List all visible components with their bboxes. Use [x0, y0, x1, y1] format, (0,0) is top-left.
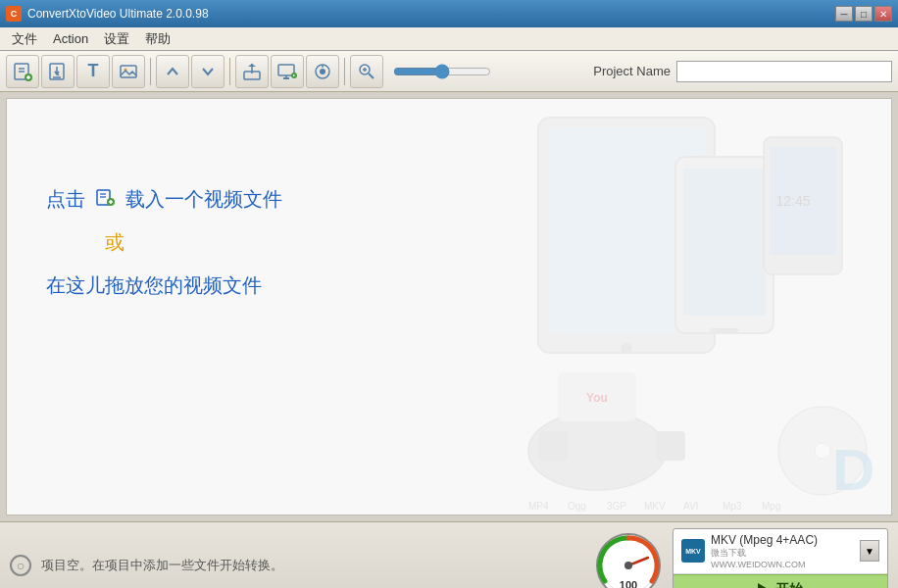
menu-item-help[interactable]: 帮助	[137, 28, 178, 50]
svg-text:MKV: MKV	[644, 501, 666, 512]
svg-text:AVI: AVI	[683, 501, 698, 512]
watermark-text-2: WWW.WEIDOWN.COM	[711, 560, 854, 569]
status-indicator: ○	[17, 558, 25, 573]
app-title: ConvertXtoVideo Ultimate 2.0.0.98	[27, 7, 835, 21]
toolbar-up[interactable]	[156, 55, 189, 88]
format-icon: MKV	[681, 539, 705, 563]
window-controls: ─ □ ✕	[835, 6, 892, 22]
project-name-label: Project Name	[593, 64, 671, 78]
close-button[interactable]: ✕	[874, 6, 892, 22]
main-content-area[interactable]: 点击 载入一个视频文件 或 在这儿拖放您的视频文件 12:45	[6, 98, 892, 515]
start-button[interactable]: 开始	[674, 574, 887, 589]
svg-rect-43	[538, 431, 568, 461]
svg-point-35	[621, 342, 632, 354]
svg-point-46	[815, 443, 830, 459]
zoom-slider[interactable]	[393, 64, 491, 79]
svg-text:Ogg: Ogg	[568, 501, 586, 512]
svg-rect-44	[656, 431, 685, 461]
svg-line-24	[369, 74, 374, 78]
svg-text:Mp3: Mp3	[723, 501, 742, 512]
output-section: MKV MKV (Mpeg 4+AAC) 微当下载 WWW.WEIDOWN.CO…	[673, 528, 888, 589]
toolbar-slider-area	[393, 64, 491, 79]
status-bar: ○ 项目空。在项目中添加一些文件开始转换。 100 MKV MKV (Mpeg …	[0, 521, 898, 588]
start-label: 开始	[775, 581, 803, 589]
speedometer-svg: 100	[595, 532, 662, 589]
toolbar-separator-2	[229, 58, 230, 85]
toolbar-separator-3	[344, 58, 345, 85]
toolbar-image[interactable]	[112, 55, 145, 88]
drop-line2: 或	[105, 220, 282, 264]
svg-text:D: D	[832, 437, 874, 503]
svg-point-21	[320, 69, 325, 74]
status-message: 项目空。在项目中添加一些文件开始转换。	[41, 557, 584, 574]
toolbar-text[interactable]: T	[76, 55, 110, 88]
drop-instructions: 点击 载入一个视频文件 或 在这儿拖放您的视频文件	[46, 177, 282, 307]
svg-rect-38	[710, 328, 739, 332]
svg-rect-37	[683, 169, 766, 316]
toolbar-separator-1	[150, 58, 151, 85]
toolbar: T Project Name	[0, 51, 898, 92]
project-name-section: Project Name	[593, 61, 892, 82]
svg-text:MP4: MP4	[528, 501, 549, 512]
maximize-button[interactable]: □	[855, 6, 873, 22]
svg-text:Mpg: Mpg	[762, 501, 780, 512]
menu-item-settings[interactable]: 设置	[96, 28, 137, 50]
drop-line1: 点击 载入一个视频文件	[46, 177, 282, 220]
svg-text:3GP: 3GP	[607, 501, 626, 512]
load-file-icon	[95, 188, 117, 206]
watermark-text-1: 微当下载	[711, 547, 854, 560]
svg-point-60	[624, 562, 632, 569]
svg-rect-11	[121, 66, 136, 77]
project-name-input[interactable]	[676, 61, 892, 82]
format-text-area: MKV (Mpeg 4+AAC) 微当下载 WWW.WEIDOWN.COM	[711, 533, 854, 569]
status-icon: ○	[10, 555, 31, 576]
svg-text:12:45: 12:45	[775, 193, 810, 209]
svg-text:You: You	[586, 391, 608, 405]
background-devices-image: 12:45 You MP4 Ogg 3GP MKV AVI Mp3 Mpg D	[479, 99, 891, 514]
toolbar-preview[interactable]	[271, 55, 304, 88]
menu-item-action[interactable]: Action	[45, 29, 96, 48]
drop-line3: 在这儿拖放您的视频文件	[46, 264, 282, 307]
toolbar-add-file[interactable]	[6, 55, 39, 88]
format-row: MKV MKV (Mpeg 4+AAC) 微当下载 WWW.WEIDOWN.CO…	[674, 529, 887, 574]
speedometer: 100	[594, 531, 663, 589]
toolbar-down[interactable]	[191, 55, 224, 88]
minimize-button[interactable]: ─	[835, 6, 853, 22]
app-icon: C	[6, 6, 22, 22]
title-bar: C ConvertXtoVideo Ultimate 2.0.0.98 ─ □ …	[0, 0, 898, 27]
toolbar-download[interactable]	[41, 55, 75, 88]
toolbar-zoom[interactable]	[350, 55, 383, 88]
menu-item-file[interactable]: 文件	[4, 28, 45, 50]
format-label: MKV (Mpeg 4+AAC)	[711, 533, 854, 547]
play-icon	[758, 583, 770, 589]
menu-bar: 文件 Action 设置 帮助	[0, 27, 898, 51]
svg-text:100: 100	[620, 579, 637, 589]
toolbar-encode[interactable]	[306, 55, 339, 88]
toolbar-export[interactable]	[235, 55, 269, 88]
format-dropdown-button[interactable]: ▼	[860, 540, 879, 562]
